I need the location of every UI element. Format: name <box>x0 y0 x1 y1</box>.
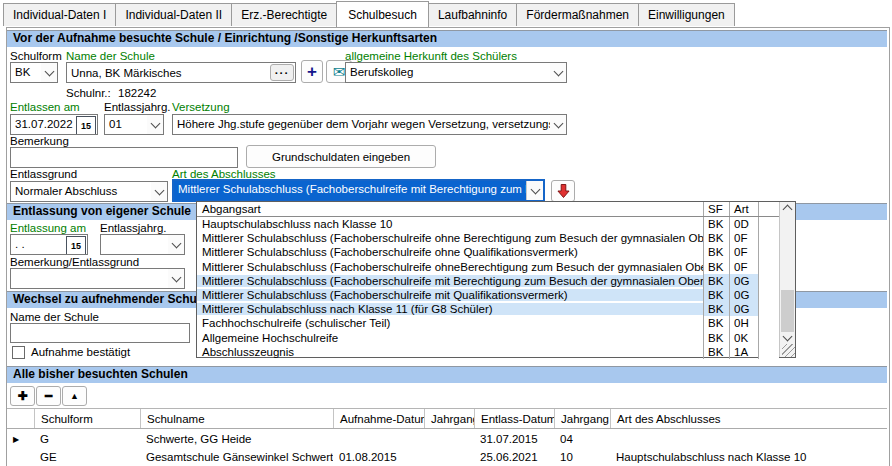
abschluss-select[interactable]: Mittlerer Schulabschluss (Fachoberschulr… <box>172 179 545 202</box>
grundschuldaten-button[interactable]: Grundschuldaten eingeben <box>246 145 436 168</box>
dropdown-option-highlighted[interactable]: Mittlerer Schulabschluss (Fachoberschulr… <box>197 288 779 302</box>
col-schulname: Schulname <box>140 409 333 428</box>
scrollbar-thumb[interactable] <box>781 290 794 332</box>
chevron-down-icon[interactable] <box>550 115 566 134</box>
schulnr-value: 182242 <box>118 87 156 99</box>
table-row[interactable]: GE Gesamtschule Gänsewinkel Schwerte 582… <box>7 448 887 466</box>
tab-erz-berechtigte[interactable]: Erz.-Berechtigte <box>231 3 337 26</box>
bemerkung-label: Bemerkung <box>10 135 69 147</box>
bemerkung-entlassgrund-label: Bemerkung/Entlassgrund <box>10 256 139 268</box>
tab-einwilligungen[interactable]: Einwilligungen <box>638 3 735 26</box>
schulform-label: Schulform <box>10 50 62 62</box>
tab-foerdermassnahmen[interactable]: Fördermaßnahmen <box>516 3 639 26</box>
entlassen-am-label: Entlassen am <box>10 101 80 113</box>
dropdown-option[interactable]: Fachhochschulreife (schulischer Teil) BK… <box>197 316 779 330</box>
wechsel-schule-label: Name der Schule <box>10 311 99 323</box>
wechsel-schule-input[interactable] <box>10 323 190 343</box>
entlassung-am-date-input[interactable]: . . 15 <box>10 234 88 255</box>
col-jahrgang-1: Jahrgang <box>424 409 474 428</box>
red-down-arrow-icon[interactable] <box>551 180 575 202</box>
name-der-schule-label: Name der Schule <box>66 50 155 62</box>
tab-bar: Individual-Daten I Individual-Daten II E… <box>3 1 735 26</box>
chevron-down-icon[interactable] <box>147 115 163 134</box>
add-school-icon[interactable]: ✚ <box>10 386 35 406</box>
dropdown-option[interactable]: Hauptschulabschluss nach Klasse 10 BK 0D <box>197 217 779 231</box>
entlassjahrg2-select[interactable] <box>100 234 185 255</box>
tab-individual-daten-2[interactable]: Individual-Daten II <box>115 3 232 26</box>
chevron-down-icon[interactable] <box>550 63 566 82</box>
schild-schulbesuch-screen: Individual-Daten I Individual-Daten II E… <box>0 0 892 466</box>
entlassjahrg-select[interactable]: 01 <box>104 114 164 135</box>
entlassjahrg2-label: Entlassjahrg. <box>100 222 166 234</box>
entlassung-am-label: Entlassung am <box>10 222 86 234</box>
section-header-herkunft: Vor der Aufnahme besuchte Schule / Einri… <box>7 30 887 47</box>
entlassjahrg-label: Entlassjahrg. <box>104 101 170 113</box>
chevron-down-icon[interactable] <box>526 181 543 200</box>
herkunft-select[interactable]: Berufskolleg <box>345 62 567 83</box>
versetzung-select[interactable]: Höhere Jhg.stufe gegenüber dem Vorjahr w… <box>172 114 567 135</box>
chevron-down-icon[interactable] <box>168 235 184 254</box>
calendar-icon[interactable]: 15 <box>76 116 96 135</box>
dropdown-option[interactable]: Abschlusszeugnis BK 1A <box>197 345 779 359</box>
dropdown-option-highlighted[interactable]: Mittlerer Schulabschluss (Fachoberschulr… <box>197 274 779 288</box>
chevron-down-icon[interactable] <box>151 182 167 201</box>
aufnahme-bestaetigt-checkbox[interactable] <box>12 346 25 359</box>
resize-grip-icon[interactable] <box>782 344 795 357</box>
col-art: Art <box>729 202 758 216</box>
row-marker-icon: ▶ <box>7 430 34 448</box>
remove-school-icon[interactable]: ━ <box>36 386 61 406</box>
schulform-select[interactable]: BK <box>10 62 58 83</box>
col-sf: SF <box>703 202 729 216</box>
move-up-icon[interactable]: ▲ <box>62 386 87 406</box>
schule-name-input[interactable] <box>66 62 296 83</box>
dropdown-header: Abgangsart SF Art <box>197 202 779 217</box>
bemerkung-entlassgrund-select[interactable] <box>10 268 185 289</box>
plus-icon[interactable]: + <box>301 60 323 83</box>
schulnr-label: Schulnr.: <box>66 87 111 99</box>
historie-table-header: Schulform Schulname Aufnahme-Datum Jahrg… <box>7 408 887 429</box>
dropdown-option[interactable]: Mittlerer Schulabschluss (Fachoberschulr… <box>197 245 779 259</box>
table-row[interactable]: ▶ G Schwerte, GG Heide 31.07.2015 04 <box>7 430 887 448</box>
herkunft-label: allgemeine Herkunft des Schülers <box>345 50 517 62</box>
entlassgrund-select[interactable]: Normaler Abschluss <box>10 181 168 202</box>
versetzung-label: Versetzung <box>172 101 230 113</box>
scroll-down-icon[interactable] <box>784 336 791 340</box>
col-abgangsart: Abgangsart <box>197 203 703 215</box>
col-art-des-abschlusses: Art des Abschlusses <box>610 409 887 428</box>
entlassgrund-label: Entlassgrund <box>10 168 77 180</box>
dropdown-option[interactable]: Allgemeine Hochschulreife BK 0K <box>197 331 779 345</box>
aufnahme-bestaetigt-label: Aufnahme bestätigt <box>31 346 130 358</box>
col-jahrgang-2: Jahrgang <box>554 409 610 428</box>
tab-schulbesuch[interactable]: Schulbesuch <box>336 1 429 27</box>
chevron-down-icon[interactable] <box>168 269 184 288</box>
dropdown-option[interactable]: Mittlerer Schulabschluss (Fachoberschulr… <box>197 231 779 245</box>
tab-laufbahninfo[interactable]: Laufbahninfo <box>428 3 517 26</box>
section-header-historie: Alle bisher besuchten Schulen <box>7 366 887 383</box>
dropdown-option[interactable]: Mittlerer Schulabschluss (Fachoberschulr… <box>197 260 779 274</box>
dropdown-scrollbar[interactable] <box>779 202 795 357</box>
chevron-down-icon[interactable] <box>41 63 57 82</box>
calendar-icon[interactable]: 15 <box>66 236 86 255</box>
abschluss-dropdown-popup: Abgangsart SF Art Hauptschulabschluss na… <box>196 201 796 358</box>
dropdown-option-highlighted[interactable]: Mittlerer Schulabschluss nach Klasse 11 … <box>197 302 779 316</box>
col-schulform: Schulform <box>34 409 140 428</box>
scroll-up-icon[interactable] <box>784 206 791 210</box>
bemerkung-input[interactable] <box>10 147 238 168</box>
col-entlass-datum: Entlass-Datum <box>474 409 554 428</box>
tab-individual-daten-1[interactable]: Individual-Daten I <box>3 3 116 26</box>
entlassen-am-date-input[interactable]: 31.07.2022 15 <box>10 114 98 135</box>
ellipsis-icon[interactable]: ··· <box>270 64 294 81</box>
col-aufnahme-datum: Aufnahme-Datum <box>333 409 424 428</box>
